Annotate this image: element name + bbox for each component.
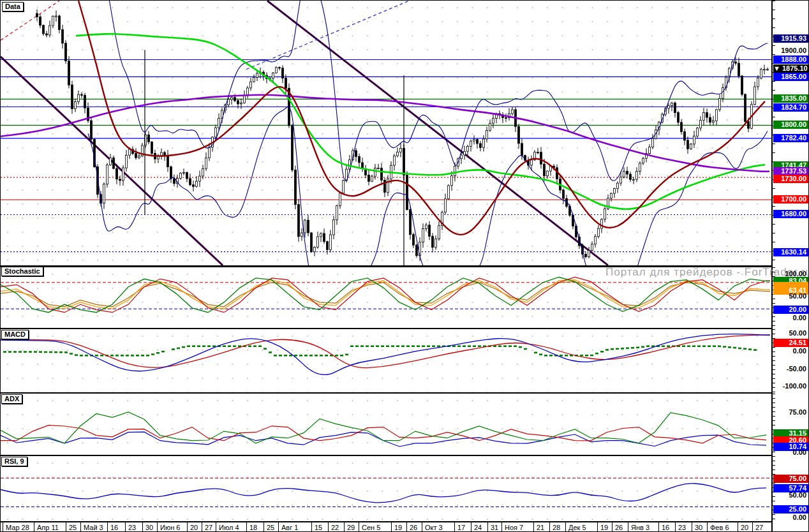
date-tick bbox=[487, 522, 488, 532]
date-label: 26 bbox=[410, 524, 417, 531]
data-panel-tag[interactable]: Data bbox=[2, 2, 24, 11]
date-tick bbox=[422, 522, 422, 532]
rsi-panel-tag[interactable]: RSI, 9 bbox=[1, 457, 27, 466]
date-tick bbox=[359, 522, 359, 532]
date-label: Мар 28 bbox=[6, 524, 29, 531]
date-tick bbox=[328, 522, 329, 532]
macd-panel-canvas[interactable] bbox=[1, 329, 771, 392]
date-label: 19 bbox=[394, 524, 402, 531]
date-tick bbox=[125, 522, 126, 532]
date-label: 30 bbox=[145, 524, 153, 531]
date-tick bbox=[597, 522, 598, 532]
macd-axis-label: 24.51 bbox=[773, 339, 808, 347]
adx-panel-tag[interactable]: ADX bbox=[1, 394, 22, 404]
date-label: Дек 5 bbox=[568, 524, 586, 531]
date-tick bbox=[344, 522, 345, 532]
date-tick bbox=[187, 522, 188, 532]
price-axis-label: 1630.14 bbox=[773, 248, 808, 256]
date-label: 25 bbox=[69, 524, 77, 531]
date-tick bbox=[628, 522, 628, 532]
date-label: 29 bbox=[347, 524, 355, 531]
date-label: Окт 3 bbox=[425, 524, 443, 531]
date-label: 18 bbox=[249, 524, 257, 531]
macd-axis-label: -100.00 bbox=[773, 382, 808, 390]
panel-separator[interactable] bbox=[1, 455, 809, 456]
date-label: Янв 3 bbox=[631, 524, 649, 531]
price-axis-label: 1835.00 bbox=[773, 94, 808, 103]
date-tick bbox=[80, 522, 81, 532]
date-label: Фев 6 bbox=[710, 524, 729, 531]
date-label: Май 3 bbox=[84, 524, 103, 531]
trading-chart-window: Data Stochastic MACD ADX RSI, 9 Портал д… bbox=[0, 0, 809, 532]
panel-separator[interactable] bbox=[1, 392, 809, 394]
date-label: 19 bbox=[600, 524, 608, 531]
date-tick bbox=[454, 522, 455, 532]
date-label: 16 bbox=[110, 524, 118, 531]
date-tick bbox=[675, 522, 676, 532]
rsi-panel-canvas[interactable] bbox=[1, 456, 771, 521]
date-tick bbox=[66, 522, 66, 532]
date-tick bbox=[658, 522, 659, 532]
date-tick bbox=[157, 522, 158, 532]
stochastic-axis-label: 20.00 bbox=[773, 306, 808, 314]
date-tick bbox=[107, 522, 108, 532]
date-label: Апр 11 bbox=[37, 524, 59, 531]
rsi-axis-label: 25.00 bbox=[773, 505, 808, 514]
date-tick bbox=[549, 522, 550, 532]
macd-axis-label: -50.00 bbox=[773, 365, 808, 373]
date-label: 28 bbox=[553, 524, 560, 531]
price-axis-label: 1900.00 bbox=[773, 47, 808, 55]
date-label: 17 bbox=[457, 524, 465, 531]
date-label: 30 bbox=[695, 524, 702, 531]
adx-axis-label: 75.00 bbox=[773, 408, 808, 417]
price-axis-label: 1800.00 bbox=[773, 121, 808, 129]
date-label: 23 bbox=[678, 524, 686, 531]
main-price-chart-canvas[interactable] bbox=[1, 1, 771, 265]
macd-axis-label: 50.00 bbox=[773, 329, 808, 337]
panel-separator[interactable] bbox=[1, 328, 809, 329]
macd-axis-label: 0.00 bbox=[773, 347, 808, 355]
date-tick bbox=[565, 522, 566, 532]
date-tick bbox=[612, 522, 612, 532]
rsi-axis-label: 50.00 bbox=[773, 491, 808, 499]
price-axis-label: 1915.93 bbox=[773, 34, 808, 43]
date-label: 31 bbox=[491, 524, 498, 531]
adx-axis-label: 0.00 bbox=[773, 448, 808, 457]
date-label: 21 bbox=[537, 524, 544, 531]
date-tick bbox=[3, 522, 3, 532]
date-tick bbox=[34, 522, 34, 532]
price-axis-label: ▼ 1875.10 bbox=[773, 64, 808, 73]
date-label: 24 bbox=[474, 524, 482, 531]
date-tick bbox=[202, 522, 202, 532]
date-tick bbox=[391, 522, 392, 532]
date-tick bbox=[533, 522, 534, 532]
date-label: 22 bbox=[331, 524, 339, 531]
adx-panel-canvas[interactable] bbox=[1, 394, 771, 455]
date-label: 25 bbox=[267, 524, 274, 531]
date-tick bbox=[246, 522, 247, 532]
date-tick bbox=[501, 522, 502, 532]
date-label: 27 bbox=[755, 524, 763, 531]
date-label: 15 bbox=[315, 524, 322, 531]
date-tick bbox=[471, 522, 471, 532]
date-label: 16 bbox=[662, 524, 669, 531]
date-tick bbox=[216, 522, 216, 532]
date-tick bbox=[263, 522, 264, 532]
date-label: 20 bbox=[190, 524, 198, 531]
date-label: 23 bbox=[128, 524, 136, 531]
stochastic-axis-label: 50.00 bbox=[773, 292, 808, 300]
price-axis-label: 1730.00 bbox=[773, 175, 808, 183]
price-axis-label: 1888.00 bbox=[773, 55, 808, 64]
date-label: Июл 4 bbox=[219, 524, 239, 531]
date-tick bbox=[142, 522, 143, 532]
date-label: Авг 1 bbox=[281, 524, 298, 531]
stochastic-panel-tag[interactable]: Stochastic bbox=[1, 267, 43, 276]
price-axis-label: 1680.00 bbox=[773, 210, 808, 218]
date-tick bbox=[406, 522, 407, 532]
date-label: Сен 5 bbox=[362, 524, 380, 531]
date-label: Ноя 7 bbox=[505, 524, 523, 531]
date-tick bbox=[692, 522, 692, 532]
rsi-axis-label: 0.00 bbox=[773, 514, 808, 522]
date-label: 26 bbox=[615, 524, 623, 531]
macd-panel-tag[interactable]: MACD bbox=[1, 330, 29, 339]
